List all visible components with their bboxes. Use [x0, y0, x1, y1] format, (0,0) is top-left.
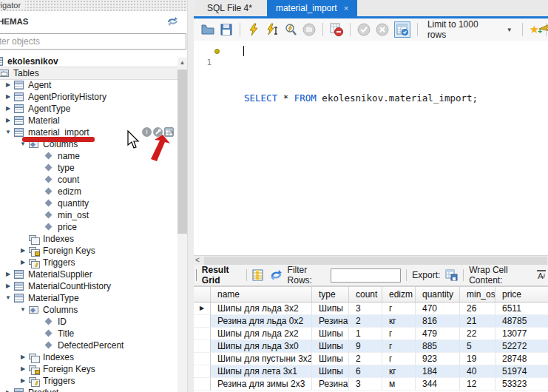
- tree-item-quantity[interactable]: quantity: [0, 197, 187, 209]
- tree-item-materialcounthistory[interactable]: ▶MaterialCountHistory: [0, 280, 187, 292]
- column-header-count[interactable]: count: [349, 286, 382, 303]
- expand-expand-icon[interactable]: ▶: [3, 115, 13, 126]
- tree-item-edizm[interactable]: edizm: [0, 186, 187, 197]
- tree-item-columns[interactable]: ▼Columns: [0, 304, 187, 316]
- row-marker[interactable]: [194, 365, 211, 378]
- tree-item-agentpriorityhistory[interactable]: ▶AgentPriorityHistory: [0, 91, 187, 103]
- cell[interactable]: Шипы для лета 3x1: [211, 365, 312, 378]
- table-row[interactable]: Шипы для лета 3x1Шипы6кг1844051974: [194, 365, 548, 378]
- cell[interactable]: 1: [349, 328, 382, 340]
- column-header-type[interactable]: type: [312, 286, 349, 303]
- expand-expand-icon[interactable]: ▶: [3, 280, 13, 292]
- cell[interactable]: Шипы для пустыни 3x2: [211, 353, 312, 365]
- hscrollbar-thumb[interactable]: [204, 257, 547, 265]
- open-file-icon[interactable]: [201, 23, 214, 36]
- cell[interactable]: Резина: [312, 378, 349, 391]
- table-row[interactable]: Резина для зимы 2x3Резина3м3441253323: [194, 378, 548, 391]
- execute-icon[interactable]: [247, 23, 260, 36]
- cell[interactable]: 53323: [495, 378, 548, 391]
- cell[interactable]: 26: [460, 303, 495, 315]
- cell[interactable]: 3: [349, 303, 382, 315]
- cell[interactable]: 184: [416, 365, 460, 378]
- cell[interactable]: г: [382, 340, 416, 353]
- cell[interactable]: 13077: [495, 328, 548, 340]
- filter-rows-input[interactable]: [331, 268, 401, 283]
- cell[interactable]: 40: [460, 365, 495, 378]
- refresh-schemas-icon[interactable]: [167, 16, 178, 27]
- expand-expand-icon[interactable]: ▶: [3, 103, 13, 115]
- expand-expand-icon[interactable]: ▶: [3, 387, 13, 392]
- expand-collapse-icon[interactable]: ▼: [3, 126, 13, 138]
- cell[interactable]: кг: [382, 315, 416, 328]
- cell[interactable]: 6: [349, 365, 382, 378]
- cell[interactable]: 9: [349, 340, 382, 353]
- cell[interactable]: 5: [460, 340, 495, 353]
- cell[interactable]: Шипы для льда 2x2: [211, 328, 312, 340]
- sql-statement[interactable]: SELECT * FROM ekolesnikov.material_impor…: [244, 92, 478, 104]
- cell[interactable]: Резина для льда 0x2: [211, 315, 312, 328]
- cell[interactable]: 885: [416, 340, 460, 353]
- limit-rows-dropdown[interactable]: Limit to 1000 rows▼: [424, 18, 515, 41]
- cell[interactable]: г: [382, 303, 416, 315]
- expand-collapse-icon[interactable]: ▼: [18, 304, 28, 316]
- column-header-edizm[interactable]: edizm: [382, 286, 416, 303]
- editor-hscrollbar[interactable]: <: [194, 255, 548, 265]
- column-header-min_ost[interactable]: min_ost: [460, 286, 495, 303]
- beautify-icon[interactable]: [539, 21, 548, 36]
- expand-expand-icon[interactable]: ▶: [18, 245, 28, 257]
- cell[interactable]: Шипы: [312, 303, 349, 315]
- export-icon[interactable]: [445, 269, 458, 281]
- table-row[interactable]: Резина для льда 0x2Резина2кг8162148785: [194, 315, 548, 328]
- tree-item-defectedpercent[interactable]: DefectedPercent: [0, 339, 187, 351]
- close-tab-icon[interactable]: ×: [344, 0, 348, 16]
- cell[interactable]: 19: [460, 353, 495, 365]
- row-marker[interactable]: [194, 353, 211, 365]
- cell[interactable]: 3: [349, 378, 382, 391]
- cell[interactable]: Шипы для льда 3x0: [211, 340, 312, 353]
- expand-collapse-icon[interactable]: ▼: [3, 292, 13, 304]
- expand-expand-icon[interactable]: ▶: [18, 351, 28, 363]
- row-marker[interactable]: [194, 315, 211, 328]
- cell[interactable]: 51974: [495, 365, 548, 378]
- toggle-autocommit-icon[interactable]: [394, 21, 410, 38]
- tree-item-min-ost[interactable]: min_ost: [0, 209, 187, 221]
- row-marker[interactable]: [194, 328, 211, 340]
- tab-sql-file-4[interactable]: SQL File 4*: [198, 0, 261, 16]
- cell[interactable]: Шипы для льда 3x2: [211, 303, 312, 315]
- table-row[interactable]: ▶Шипы для льда 3x2Шипы3г470266511: [194, 303, 548, 315]
- cell[interactable]: Шипы: [312, 328, 349, 340]
- row-marker[interactable]: [194, 378, 211, 391]
- tree-item-title[interactable]: Title: [0, 328, 187, 339]
- cell[interactable]: м: [382, 378, 416, 391]
- tree-item-triggers[interactable]: ▶Triggers: [0, 375, 187, 387]
- tree-item-type[interactable]: type: [0, 162, 187, 174]
- tree-scrollbar[interactable]: ▲: [177, 58, 187, 392]
- tree-item-product[interactable]: ▶Product: [0, 387, 187, 392]
- cell[interactable]: 48785: [495, 315, 548, 328]
- tree-item-agent[interactable]: ▶Agent: [0, 79, 187, 91]
- panel-splitter[interactable]: [187, 0, 194, 392]
- cell[interactable]: г: [382, 328, 416, 340]
- cell[interactable]: 12: [460, 378, 495, 391]
- cell[interactable]: Шипы: [312, 365, 349, 378]
- cell[interactable]: 21: [460, 315, 495, 328]
- cell[interactable]: 923: [416, 353, 460, 365]
- table-row[interactable]: Шипы для пустыни 3x2Шипы2г9231928748: [194, 353, 548, 365]
- expand-expand-icon[interactable]: ▶: [3, 268, 13, 280]
- cell[interactable]: 52272: [495, 340, 548, 353]
- table-row[interactable]: Шипы для льда 2x2Шипы1г4792213077: [194, 328, 548, 340]
- cell[interactable]: 470: [416, 303, 460, 315]
- scroll-left-icon[interactable]: <: [195, 256, 200, 265]
- cell[interactable]: Шипы: [312, 340, 349, 353]
- grid-view-icon[interactable]: [252, 269, 265, 281]
- expand-expand-icon[interactable]: ▶: [18, 375, 28, 387]
- save-icon[interactable]: [220, 23, 233, 36]
- cell[interactable]: 28748: [495, 353, 548, 365]
- scroll-up-icon[interactable]: ▲: [177, 58, 187, 68]
- table-row[interactable]: Шипы для льда 3x0Шипы9г885552272: [194, 340, 548, 353]
- current-row-marker[interactable]: ▶: [194, 303, 211, 315]
- cell[interactable]: кг: [382, 365, 416, 378]
- cell[interactable]: 2: [349, 315, 382, 328]
- schema-filter-input[interactable]: [0, 33, 186, 50]
- tree-item-triggers[interactable]: ▶Triggers: [0, 257, 187, 268]
